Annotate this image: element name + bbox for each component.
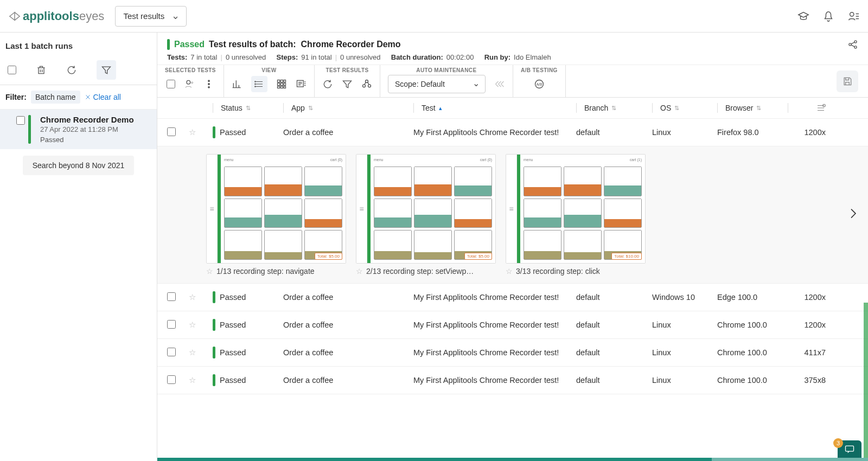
refresh-results-icon[interactable] bbox=[322, 79, 333, 89]
summary-view-icon[interactable] bbox=[296, 79, 307, 89]
batch-item[interactable]: Chrome Recorder Demo 27 Apr 2022 at 11:2… bbox=[0, 110, 157, 149]
table-body[interactable]: ☆ Passed Order a coffee My First Applito… bbox=[157, 119, 868, 461]
filter-results-icon[interactable] bbox=[342, 79, 353, 89]
svg-point-8 bbox=[255, 81, 256, 82]
chevron-right-icon[interactable] bbox=[846, 207, 859, 220]
chat-widget[interactable]: 3 bbox=[828, 440, 861, 458]
batch-status-label: Passed bbox=[174, 40, 205, 49]
thumbnail-card[interactable]: ≡ menucart (1) bbox=[506, 154, 646, 276]
star-icon[interactable]: ☆ bbox=[189, 376, 213, 385]
row-app: Order a coffee bbox=[283, 348, 413, 357]
batch-checkbox[interactable] bbox=[16, 116, 25, 125]
thumb-caption: 3/13 recording step: click bbox=[516, 267, 600, 276]
star-icon[interactable]: ☆ bbox=[506, 267, 513, 276]
row-checkbox[interactable] bbox=[167, 348, 176, 356]
assign-icon[interactable] bbox=[184, 79, 195, 89]
filter-icon[interactable] bbox=[97, 60, 116, 80]
clear-all-button[interactable]: Clear all bbox=[85, 93, 121, 101]
user-menu-icon[interactable] bbox=[847, 10, 859, 22]
col-browser[interactable]: Browser bbox=[725, 104, 753, 112]
sidebar-toolbar bbox=[0, 55, 157, 85]
row-browser: Firefox 98.0 bbox=[717, 128, 788, 137]
col-branch[interactable]: Branch bbox=[584, 104, 608, 112]
table-header: Status⇅ App⇅ Test▴ Branch⇅ OS⇅ Browser⇅ bbox=[157, 98, 868, 119]
row-branch: default bbox=[576, 293, 652, 302]
table-row[interactable]: ☆ Passed Order a coffee My First Applito… bbox=[157, 339, 868, 367]
close-icon bbox=[85, 94, 91, 100]
thumb-total: Total: $5.00 bbox=[315, 253, 342, 260]
star-icon[interactable]: ☆ bbox=[189, 293, 213, 302]
thumbnail-card[interactable]: ≡ menucart (0) bbox=[206, 154, 346, 276]
refresh-icon[interactable] bbox=[66, 65, 77, 75]
thumb-total: Total: $5.00 bbox=[464, 253, 492, 260]
svg-text:A/B: A/B bbox=[536, 82, 542, 86]
row-app: Order a coffee bbox=[283, 293, 413, 302]
star-icon[interactable]: ☆ bbox=[206, 267, 213, 276]
scrollbar[interactable] bbox=[864, 65, 868, 461]
trash-icon[interactable] bbox=[36, 65, 47, 75]
star-icon[interactable]: ☆ bbox=[189, 348, 213, 357]
row-checkbox[interactable] bbox=[167, 320, 176, 329]
status-bar-icon bbox=[213, 347, 215, 358]
col-os[interactable]: OS bbox=[660, 104, 671, 112]
ab-icon[interactable]: A/B bbox=[534, 79, 545, 89]
select-all-tests-checkbox[interactable] bbox=[167, 80, 175, 88]
table-row[interactable]: ☆ Passed Order a coffee My First Applito… bbox=[157, 367, 868, 394]
svg-rect-17 bbox=[277, 86, 279, 88]
columns-gear-icon[interactable] bbox=[816, 103, 826, 113]
row-os: Linux bbox=[652, 348, 717, 357]
row-viewport: 1200x bbox=[788, 293, 826, 302]
list-view-icon[interactable] bbox=[251, 76, 267, 92]
sidebar-title: Last 1 batch runs bbox=[0, 33, 157, 55]
row-test: My First Applitools Chrome Recorder test… bbox=[413, 128, 576, 137]
svg-point-22 bbox=[362, 85, 365, 87]
thumb-caption: 1/13 recording step: navigate bbox=[216, 267, 315, 276]
row-checkbox[interactable] bbox=[167, 292, 176, 301]
table-row[interactable]: ☆ Passed Order a coffee My First Applito… bbox=[157, 119, 868, 146]
table-row[interactable]: ☆ Passed Order a coffee My First Applito… bbox=[157, 284, 868, 311]
table-row[interactable]: ☆ Passed Order a coffee My First Applito… bbox=[157, 311, 868, 339]
svg-rect-27 bbox=[846, 446, 854, 451]
thumbnail-image: menucart (0) bbox=[371, 155, 495, 263]
row-checkbox[interactable] bbox=[167, 127, 176, 136]
bell-icon[interactable] bbox=[822, 10, 834, 22]
share-icon[interactable] bbox=[847, 39, 858, 50]
row-viewport: 1200x bbox=[788, 321, 826, 329]
steps-unresolved: 0 unresolved bbox=[340, 53, 380, 61]
svg-rect-13 bbox=[284, 80, 285, 82]
col-status[interactable]: Status bbox=[221, 104, 242, 112]
scope-selector[interactable]: Scope: Default bbox=[388, 75, 486, 93]
logo-bold: applitools bbox=[23, 9, 79, 23]
drag-handle-icon[interactable]: ≡ bbox=[356, 155, 367, 263]
forward-icon[interactable] bbox=[494, 79, 505, 89]
logo-light: eyes bbox=[79, 9, 104, 23]
filter-chip[interactable]: Batch name bbox=[31, 91, 80, 104]
tests-label: Tests: bbox=[167, 53, 187, 61]
row-app: Order a coffee bbox=[283, 321, 413, 329]
thumbnail-card[interactable]: ≡ menucart (0) bbox=[356, 154, 496, 276]
academy-icon[interactable] bbox=[797, 10, 809, 22]
runby-value: Ido Elmaleh bbox=[514, 53, 551, 61]
row-test: My First Applitools Chrome Recorder test… bbox=[413, 376, 576, 385]
col-test[interactable]: Test bbox=[422, 104, 436, 112]
grid-view-icon[interactable] bbox=[276, 79, 287, 89]
star-icon[interactable]: ☆ bbox=[356, 267, 363, 276]
select-all-batches-checkbox[interactable] bbox=[8, 66, 16, 74]
seg-results-label: TEST RESULTS bbox=[326, 67, 368, 73]
row-checkbox[interactable] bbox=[167, 375, 176, 384]
mode-selector[interactable]: Test results bbox=[115, 6, 187, 27]
col-app[interactable]: App bbox=[291, 104, 305, 112]
drag-handle-icon[interactable]: ≡ bbox=[207, 155, 218, 263]
group-icon[interactable] bbox=[361, 79, 372, 89]
search-beyond-button[interactable]: Search beyond 8 Nov 2021 bbox=[23, 156, 135, 175]
chart-view-icon[interactable] bbox=[232, 79, 242, 89]
star-icon[interactable]: ☆ bbox=[189, 321, 213, 329]
thumbnail-image: menucart (0) bbox=[221, 155, 346, 263]
svg-point-9 bbox=[255, 84, 256, 85]
status-bar-icon bbox=[213, 319, 215, 331]
logo: applitoolseyes bbox=[9, 9, 104, 23]
star-icon[interactable]: ☆ bbox=[189, 128, 213, 137]
row-os: Linux bbox=[652, 128, 717, 137]
drag-handle-icon[interactable]: ≡ bbox=[506, 155, 517, 263]
more-icon[interactable] bbox=[203, 79, 214, 89]
